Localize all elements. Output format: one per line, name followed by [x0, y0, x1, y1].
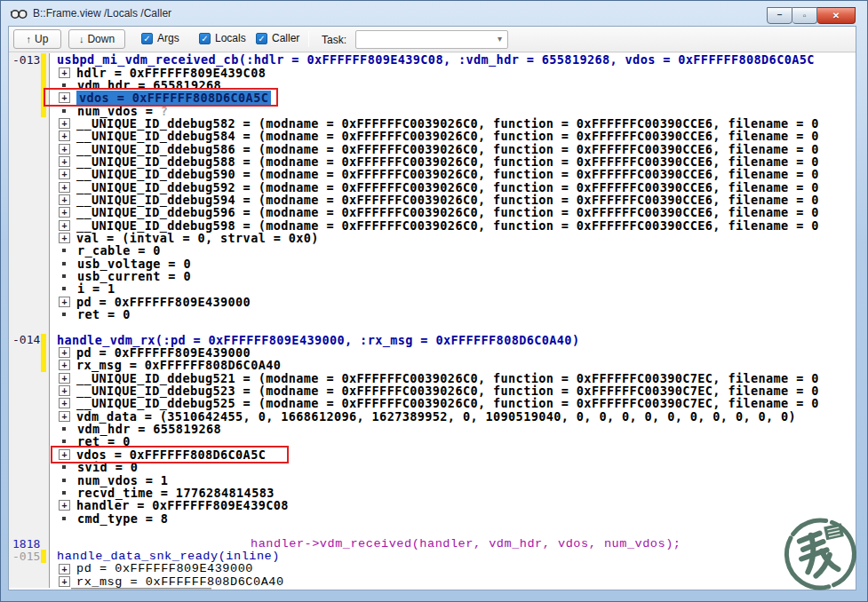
expand-icon[interactable]: +: [59, 411, 70, 422]
variable-row[interactable]: +__UNIQUE_ID_ddebug521 = (modname = 0xFF…: [9, 372, 856, 384]
frame-signature-row[interactable]: -015handle_data_snk_ready(inline): [9, 550, 856, 562]
checkbox-locals[interactable]: ✓ Locals: [199, 32, 246, 44]
source-line-row[interactable]: 1818handler->vdm_received(handler, vdm_h…: [9, 537, 856, 550]
checkbox-args-label: Args: [157, 32, 179, 44]
expand-icon[interactable]: +: [59, 500, 70, 511]
window-body: ↑ Up ↓ Down ✓ Args ✓ Locals ✓ Caller Tas…: [8, 26, 856, 590]
variable-row[interactable]: ret = 0: [9, 308, 856, 321]
expand-icon[interactable]: +: [59, 156, 70, 167]
toolbar-separator: [308, 31, 309, 47]
frame-highlight-mark: [41, 53, 46, 66]
variable-row[interactable]: svid = 0: [9, 461, 856, 473]
checkbox-args[interactable]: ✓ Args: [141, 32, 179, 44]
checkbox-caller[interactable]: ✓ Caller: [256, 32, 299, 44]
variable-row[interactable]: +pd = 0xFFFFFF809E439000: [9, 346, 856, 359]
variable-row[interactable]: ret = 0: [9, 435, 856, 448]
variable-row[interactable]: r_cable = 0: [9, 244, 856, 257]
expand-icon[interactable]: +: [59, 347, 70, 358]
expand-icon[interactable]: +: [59, 182, 70, 193]
expand-icon[interactable]: +: [59, 220, 70, 231]
frame-down-button[interactable]: ↓ Down: [68, 29, 125, 49]
frame-signature-row[interactable]: -013usbpd_mi_vdm_received_cb(:hdlr = 0xF…: [9, 53, 856, 66]
variable-row[interactable]: +pd = 0xFFFFFF809E439000: [9, 563, 856, 575]
expand-icon[interactable]: +: [59, 297, 70, 307]
variable-row[interactable]: +hdlr = 0xFFFFFF809E439C08: [9, 66, 856, 78]
variable-row[interactable]: +vdos = 0xFFFFFF808D6C0A5C: [9, 448, 856, 461]
frame-number: -015: [12, 550, 40, 563]
variable-row[interactable]: +__UNIQUE_ID_ddebug588 = (modname = 0xFF…: [9, 155, 856, 168]
variable-row[interactable]: num_vdos = ?: [9, 104, 856, 116]
bullet-icon: [62, 249, 66, 252]
frame-number: 1818: [12, 537, 40, 551]
gutter-cell: [9, 346, 50, 359]
expand-icon[interactable]: +: [59, 118, 70, 129]
task-combobox[interactable]: ▾: [355, 30, 508, 49]
variable-row[interactable]: recvd_time = 1776284814583: [9, 487, 856, 499]
maximize-icon: ▫: [803, 11, 807, 20]
variable-row[interactable]: +__UNIQUE_ID_ddebug590 = (modname = 0xFF…: [9, 168, 856, 180]
expand-icon[interactable]: +: [59, 194, 70, 205]
gutter-cell: [9, 525, 50, 537]
variable-row[interactable]: +__UNIQUE_ID_ddebug523 = (modname = 0xFF…: [9, 384, 856, 397]
frame-signature-row[interactable]: -014handle_vdm_rx(:pd = 0xFFFFFF809E4390…: [9, 334, 856, 346]
gutter-cell: [9, 435, 50, 448]
variable-row[interactable]: i = 1: [9, 282, 856, 295]
variable-row[interactable]: +val = (intval = 0, strval = 0x0): [9, 232, 856, 244]
title-bar[interactable]: B::Frame.view /Locals /Caller – ▫ ✕: [1, 1, 867, 26]
minimize-button[interactable]: –: [767, 7, 792, 24]
stack-frame-view[interactable]: -013usbpd_mi_vdm_received_cb(:hdlr = 0xF…: [9, 53, 856, 590]
expand-icon[interactable]: +: [59, 360, 70, 370]
variable-row[interactable]: +__UNIQUE_ID_ddebug582 = (modname = 0xFF…: [9, 117, 856, 130]
expand-icon[interactable]: +: [59, 131, 70, 141]
variable-row[interactable]: +__UNIQUE_ID_ddebug525 = (modname = 0xFF…: [9, 397, 856, 409]
expand-icon[interactable]: +: [59, 144, 70, 154]
gutter-cell: [9, 511, 50, 524]
variable-row[interactable]: +__UNIQUE_ID_ddebug586 = (modname = 0xFF…: [9, 142, 856, 154]
frame-rows: -013usbpd_mi_vdm_received_cb(:hdlr = 0xF…: [9, 53, 856, 588]
gutter-cell: [9, 270, 50, 282]
horizontal-scroll-indicator[interactable]: [71, 588, 211, 590]
variable-row[interactable]: +__UNIQUE_ID_ddebug596 = (modname = 0xFF…: [9, 206, 856, 218]
row-text: handler->vdm_received(handler, vdm_hdr, …: [251, 537, 681, 551]
bullet-icon: [62, 440, 66, 443]
expand-icon[interactable]: +: [59, 373, 70, 384]
expand-icon[interactable]: +: [59, 67, 70, 78]
expand-icon[interactable]: +: [59, 385, 70, 396]
expand-icon[interactable]: +: [59, 169, 70, 179]
variable-row[interactable]: usb_voltage = 0: [9, 257, 856, 270]
close-icon: ✕: [832, 11, 840, 20]
variable-row[interactable]: +handler = 0xFFFFFF809E439C08: [9, 499, 856, 511]
variable-row[interactable]: cmd_type = 8: [9, 511, 856, 524]
gutter-cell: [9, 142, 50, 154]
maximize-button[interactable]: ▫: [792, 7, 817, 24]
gutter-cell: [9, 79, 50, 91]
expand-icon[interactable]: +: [59, 233, 70, 243]
variable-row[interactable]: +__UNIQUE_ID_ddebug594 = (modname = 0xFF…: [9, 194, 856, 206]
variable-row[interactable]: vdm_hdr = 655819268: [9, 79, 856, 91]
variable-row[interactable]: vdm_hdr = 655819268: [9, 423, 856, 435]
variable-row[interactable]: +__UNIQUE_ID_ddebug592 = (modname = 0xFF…: [9, 180, 856, 193]
variable-row[interactable]: +__UNIQUE_ID_ddebug598 = (modname = 0xFF…: [9, 218, 856, 231]
frame-highlight-mark: [41, 91, 46, 104]
expand-icon[interactable]: +: [59, 398, 70, 408]
expand-icon[interactable]: +: [59, 92, 70, 103]
expand-icon[interactable]: +: [59, 207, 70, 218]
variable-row[interactable]: +vdm_data = (3510642455, 0, 1668612096, …: [9, 410, 856, 423]
gutter-cell: [9, 244, 50, 257]
variable-row[interactable]: +vdos = 0xFFFFFF808D6C0A5C: [9, 91, 856, 104]
variable-row[interactable]: +rx_msg = 0xFFFFFF808D6C0A40: [9, 359, 856, 371]
bullet-icon: [62, 427, 66, 431]
frame-up-button[interactable]: ↑ Up: [13, 29, 61, 49]
expand-icon[interactable]: +: [59, 449, 70, 460]
row-text: handle_data_snk_ready(inline): [57, 550, 280, 563]
expand-icon[interactable]: +: [59, 564, 70, 574]
variable-row[interactable]: +pd = 0xFFFFFF809E439000: [9, 296, 856, 308]
variable-row[interactable]: +__UNIQUE_ID_ddebug584 = (modname = 0xFF…: [9, 130, 856, 142]
bullet-icon: [62, 262, 66, 265]
variable-row[interactable]: +rx_msg = 0xFFFFFF808D6C0A40: [9, 575, 856, 588]
variable-row[interactable]: num_vdos = 1: [9, 473, 856, 486]
expand-icon[interactable]: +: [59, 576, 70, 587]
close-button[interactable]: ✕: [817, 7, 856, 24]
gutter-cell: [9, 372, 50, 384]
variable-row[interactable]: usb_current = 0: [9, 270, 856, 282]
